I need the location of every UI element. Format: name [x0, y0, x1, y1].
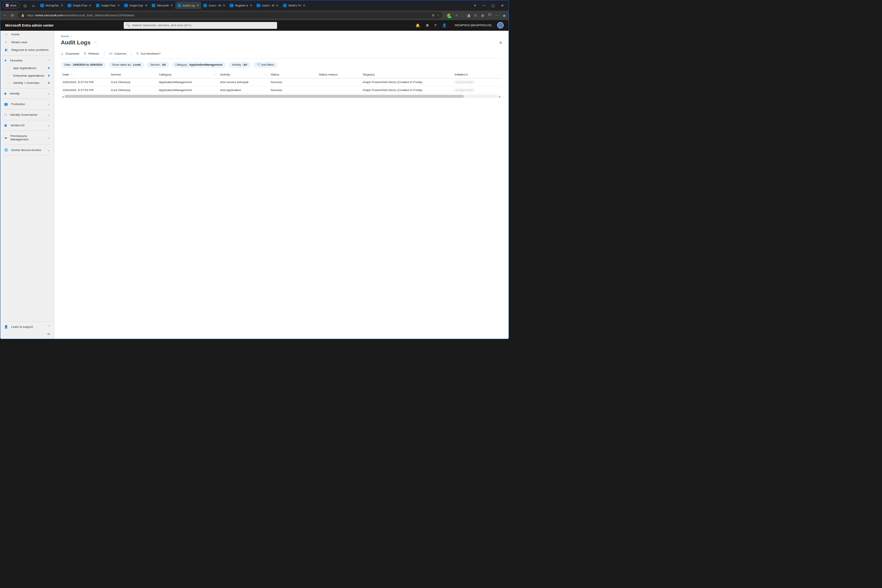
sidebar-favorite-item[interactable]: ⋮⋮App registrations★: [0, 64, 54, 72]
chevron-down-icon: ⌄: [47, 113, 50, 116]
collapse-sidebar-button[interactable]: ≪: [0, 331, 54, 339]
filter-activity[interactable]: Activity : All: [228, 62, 250, 68]
browser-tab[interactable]: Users - M✕: [255, 2, 281, 9]
browser-tab[interactable]: NoCapTec✕: [38, 2, 66, 9]
header-actions: 🔔 ⚙ ? 👤 NOCAPTECH (NOCAPTECH.CH): [416, 22, 504, 28]
close-blade-button[interactable]: ✕: [499, 40, 502, 45]
profile-badge[interactable]: Work: [2, 2, 20, 8]
tab-close-icon[interactable]: ✕: [197, 4, 199, 7]
col-status[interactable]: Status: [269, 71, 317, 79]
shield-icon[interactable]: ⛉: [488, 13, 491, 17]
settings-icon[interactable]: ⚙: [426, 23, 429, 27]
filter-category[interactable]: Category : ApplicationManagement: [172, 62, 226, 68]
user-avatar[interactable]: [497, 22, 504, 28]
refresh-button[interactable]: ⟳: [11, 13, 14, 17]
favorites-bar-icon[interactable]: ✩: [474, 13, 477, 17]
sidebar-favorite-item[interactable]: ⋮⋮Identity > Overview★: [0, 79, 54, 86]
collections-icon[interactable]: ⊕: [481, 13, 484, 17]
sidebar-section[interactable]: ⬡Identity Governance⌄: [0, 111, 54, 119]
sidebar-section[interactable]: ▣Verified ID⌄: [0, 121, 54, 129]
app-mode-icon[interactable]: ⊞: [432, 14, 435, 17]
feedback-icon[interactable]: 👤: [442, 23, 447, 27]
col-activity[interactable]: Activity↑↓: [219, 71, 269, 79]
table-row[interactable]: 10/6/2024, 8:37:53 PMCore DirectoryAppli…: [61, 79, 502, 86]
add-filter-button[interactable]: ⁺▽Add filters: [253, 62, 277, 68]
back-button[interactable]: ←: [3, 13, 7, 17]
feedback-button[interactable]: ✎Got feedback?: [136, 52, 161, 55]
tab-close-icon[interactable]: ✕: [89, 4, 91, 7]
extensions-menu-icon[interactable]: ✧: [455, 13, 458, 17]
nav-favorites[interactable]: ★Favorites⌃: [0, 57, 54, 65]
tab-close-icon[interactable]: ✕: [276, 4, 279, 7]
browser-tab[interactable]: Graph Exp✕: [122, 2, 150, 9]
tab-close-icon[interactable]: ✕: [223, 4, 225, 7]
download-button[interactable]: ⭳Download: [61, 52, 79, 55]
breadcrumb-home[interactable]: Home: [61, 35, 69, 38]
sidebar-section[interactable]: ☁Permissions Management⌄: [0, 132, 54, 143]
favicon: [283, 4, 287, 7]
split-screen-icon[interactable]: ◨: [467, 13, 470, 17]
help-icon[interactable]: ?: [435, 24, 436, 27]
filter-service[interactable]: Service : All: [147, 62, 170, 68]
tab-close-icon[interactable]: ✕: [117, 4, 120, 7]
tab-close-icon[interactable]: ✕: [61, 4, 63, 7]
tab-close-icon[interactable]: ✕: [170, 4, 173, 7]
sidebar: ⌂Home ✓What's new ◧Diagnose & solve prob…: [0, 31, 54, 339]
refresh-button[interactable]: ↻Refresh: [84, 52, 99, 55]
star-icon[interactable]: ★: [47, 66, 50, 70]
horizontal-scrollbar[interactable]: ◀ ▶: [61, 95, 502, 98]
filter-showdates[interactable]: Show dates as : Local: [109, 62, 144, 68]
favorite-icon[interactable]: ☆: [437, 14, 439, 17]
notifications-icon[interactable]: 🔔: [416, 23, 420, 27]
browser-tab[interactable]: Microsoft✕: [150, 2, 175, 9]
more-icon[interactable]: ⋯: [496, 13, 499, 17]
browser-tab[interactable]: Zoom - M✕: [201, 2, 227, 9]
address-bar[interactable]: 🔒 https://entra.microsoft.com/#view/Micr…: [18, 12, 443, 19]
table-row[interactable]: 10/6/2024, 8:37:53 PMCore DirectoryAppli…: [61, 86, 502, 94]
col-status-reason[interactable]: Status reason: [317, 71, 361, 79]
more-actions-icon[interactable]: ⋯: [94, 40, 97, 44]
browser-tab[interactable]: Register a✕: [228, 2, 255, 9]
close-window-icon[interactable]: ✕: [501, 3, 504, 8]
col-initiated-by[interactable]: Initiated b: [453, 71, 502, 79]
col-service[interactable]: Service: [109, 71, 157, 79]
col-targets[interactable]: Target(s): [361, 71, 453, 79]
tab-close-icon[interactable]: ✕: [145, 4, 148, 7]
browser-tab[interactable]: Graph Pow✕: [94, 2, 122, 9]
star-icon[interactable]: ★: [47, 81, 50, 85]
minimize-icon[interactable]: —: [482, 3, 485, 8]
sidebar-section[interactable]: 🌐Global Secure Access⌄: [0, 146, 54, 154]
sidebar-favorite-item[interactable]: ⋮⋮Enterprise applications★: [0, 72, 54, 79]
site-info-icon[interactable]: 🔒: [21, 14, 25, 17]
global-search[interactable]: 🔍 Search resources, services, and docs (…: [124, 22, 277, 29]
new-tab-button[interactable]: +: [471, 3, 479, 8]
scroll-left-icon[interactable]: ◀: [61, 95, 65, 98]
nav-learn[interactable]: 👤Learn & support⌃: [0, 323, 54, 331]
tab-close-icon[interactable]: ✕: [303, 4, 306, 7]
copilot-icon[interactable]: ◆: [503, 13, 506, 17]
section-label: Identity: [9, 92, 19, 95]
browser-tab[interactable]: What's Th✕: [281, 2, 307, 9]
scroll-thumb[interactable]: [65, 95, 464, 98]
nav-whatsnew[interactable]: ✓What's new: [0, 38, 54, 46]
sidebar-section[interactable]: ◆Identity⌄: [0, 90, 54, 97]
extension-icon[interactable]: 🧩ON: [446, 13, 451, 17]
filter-date[interactable]: Date : 10/6/2024 to 10/6/2024: [61, 62, 106, 68]
browser-tab[interactable]: Graph Pow✕: [66, 2, 94, 9]
scroll-track[interactable]: [65, 95, 498, 98]
browser-tab[interactable]: Audit Log✕: [175, 2, 202, 9]
filter-bar: Date : 10/6/2024 to 10/6/2024 Show dates…: [61, 62, 502, 68]
separator: [3, 155, 51, 156]
columns-button[interactable]: ≡≡Columns: [109, 52, 126, 55]
sidebar-section[interactable]: 👥Protection⌄: [0, 100, 54, 108]
workspaces-icon[interactable]: ◫: [24, 3, 27, 8]
star-icon[interactable]: ★: [47, 74, 50, 77]
col-category[interactable]: Category↑↓: [157, 71, 219, 79]
nav-diagnose[interactable]: ◧Diagnose & solve problems: [0, 46, 54, 54]
maximize-icon[interactable]: ▢: [491, 3, 495, 8]
scroll-right-icon[interactable]: ▶: [498, 95, 502, 98]
nav-home[interactable]: ⌂Home: [0, 31, 54, 39]
tab-overview-icon[interactable]: ▭: [32, 3, 35, 8]
tab-close-icon[interactable]: ✕: [250, 4, 252, 7]
col-date[interactable]: Date↑↓: [61, 71, 109, 79]
